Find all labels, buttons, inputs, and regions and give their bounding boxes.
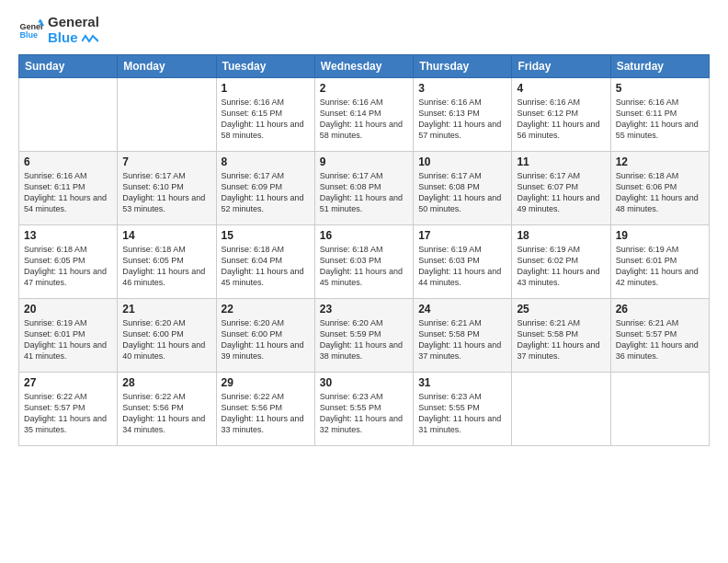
day-number: 13 xyxy=(24,229,112,242)
weekday-header-cell: Tuesday xyxy=(216,55,314,78)
day-number: 10 xyxy=(418,155,506,168)
calendar-cell: 10Sunrise: 6:17 AM Sunset: 6:08 PM Dayli… xyxy=(414,152,512,225)
day-number: 16 xyxy=(320,229,408,242)
calendar-cell: 16Sunrise: 6:18 AM Sunset: 6:03 PM Dayli… xyxy=(314,225,413,299)
calendar-cell: 2Sunrise: 6:16 AM Sunset: 6:14 PM Daylig… xyxy=(314,78,413,152)
calendar-cell: 21Sunrise: 6:20 AM Sunset: 6:00 PM Dayli… xyxy=(118,299,216,373)
day-number: 26 xyxy=(616,303,704,316)
weekday-header-cell: Thursday xyxy=(414,55,512,78)
cell-info: Sunrise: 6:17 AM Sunset: 6:07 PM Dayligh… xyxy=(517,170,605,215)
cell-info: Sunrise: 6:18 AM Sunset: 6:04 PM Dayligh… xyxy=(222,244,310,289)
day-number: 27 xyxy=(24,376,112,389)
cell-info: Sunrise: 6:20 AM Sunset: 6:00 PM Dayligh… xyxy=(222,317,310,362)
day-number: 31 xyxy=(418,376,506,389)
weekday-header-cell: Friday xyxy=(512,55,610,78)
day-number: 9 xyxy=(320,155,408,168)
calendar-cell: 25Sunrise: 6:21 AM Sunset: 5:58 PM Dayli… xyxy=(512,299,610,373)
calendar-cell: 17Sunrise: 6:19 AM Sunset: 6:03 PM Dayli… xyxy=(414,225,512,299)
day-number: 21 xyxy=(122,303,210,316)
day-number: 5 xyxy=(616,82,704,95)
calendar-cell: 22Sunrise: 6:20 AM Sunset: 6:00 PM Dayli… xyxy=(216,299,314,373)
calendar-cell: 15Sunrise: 6:18 AM Sunset: 6:04 PM Dayli… xyxy=(216,225,314,299)
day-number: 23 xyxy=(320,303,408,316)
calendar-cell: 11Sunrise: 6:17 AM Sunset: 6:07 PM Dayli… xyxy=(512,152,610,225)
cell-info: Sunrise: 6:22 AM Sunset: 5:56 PM Dayligh… xyxy=(222,391,310,436)
cell-info: Sunrise: 6:23 AM Sunset: 5:55 PM Dayligh… xyxy=(320,391,408,436)
calendar-cell: 9Sunrise: 6:17 AM Sunset: 6:08 PM Daylig… xyxy=(314,152,413,225)
svg-marker-2 xyxy=(38,18,43,22)
logo-blue: Blue xyxy=(48,30,99,46)
calendar-cell: 20Sunrise: 6:19 AM Sunset: 6:01 PM Dayli… xyxy=(19,299,118,373)
day-number: 4 xyxy=(517,82,605,95)
cell-info: Sunrise: 6:21 AM Sunset: 5:57 PM Dayligh… xyxy=(616,317,704,362)
calendar-cell: 30Sunrise: 6:23 AM Sunset: 5:55 PM Dayli… xyxy=(314,373,413,446)
day-number: 30 xyxy=(320,376,408,389)
calendar-week-row: 1Sunrise: 6:16 AM Sunset: 6:15 PM Daylig… xyxy=(19,78,710,152)
cell-info: Sunrise: 6:17 AM Sunset: 6:08 PM Dayligh… xyxy=(320,170,408,215)
cell-info: Sunrise: 6:19 AM Sunset: 6:01 PM Dayligh… xyxy=(24,317,112,362)
cell-info: Sunrise: 6:16 AM Sunset: 6:15 PM Dayligh… xyxy=(222,97,310,142)
svg-text:Blue: Blue xyxy=(19,30,38,40)
cell-info: Sunrise: 6:19 AM Sunset: 6:02 PM Dayligh… xyxy=(517,244,605,289)
cell-info: Sunrise: 6:21 AM Sunset: 5:58 PM Dayligh… xyxy=(418,317,506,362)
calendar-week-row: 27Sunrise: 6:22 AM Sunset: 5:57 PM Dayli… xyxy=(19,373,710,446)
cell-info: Sunrise: 6:18 AM Sunset: 6:05 PM Dayligh… xyxy=(122,244,210,289)
day-number: 14 xyxy=(122,229,210,242)
cell-info: Sunrise: 6:18 AM Sunset: 6:03 PM Dayligh… xyxy=(320,244,408,289)
day-number: 2 xyxy=(320,82,408,95)
calendar-cell: 24Sunrise: 6:21 AM Sunset: 5:58 PM Dayli… xyxy=(414,299,512,373)
weekday-header-cell: Wednesday xyxy=(314,55,413,78)
day-number: 7 xyxy=(122,155,210,168)
day-number: 12 xyxy=(616,155,704,168)
day-number: 17 xyxy=(418,229,506,242)
day-number: 8 xyxy=(222,155,310,168)
calendar-body: 1Sunrise: 6:16 AM Sunset: 6:15 PM Daylig… xyxy=(19,78,710,446)
cell-info: Sunrise: 6:23 AM Sunset: 5:55 PM Dayligh… xyxy=(418,391,506,436)
logo-wave-icon xyxy=(82,34,98,43)
cell-info: Sunrise: 6:18 AM Sunset: 6:05 PM Dayligh… xyxy=(24,244,112,289)
calendar-cell: 18Sunrise: 6:19 AM Sunset: 6:02 PM Dayli… xyxy=(512,225,610,299)
cell-info: Sunrise: 6:20 AM Sunset: 5:59 PM Dayligh… xyxy=(320,317,408,362)
calendar-cell: 27Sunrise: 6:22 AM Sunset: 5:57 PM Dayli… xyxy=(19,373,118,446)
page: General Blue General Blue SundayMondayTu… xyxy=(0,0,728,563)
cell-info: Sunrise: 6:17 AM Sunset: 6:09 PM Dayligh… xyxy=(222,170,310,215)
calendar-cell: 29Sunrise: 6:22 AM Sunset: 5:56 PM Dayli… xyxy=(216,373,314,446)
calendar-table: SundayMondayTuesdayWednesdayThursdayFrid… xyxy=(18,54,710,446)
cell-info: Sunrise: 6:16 AM Sunset: 6:11 PM Dayligh… xyxy=(616,97,704,142)
calendar-cell: 3Sunrise: 6:16 AM Sunset: 6:13 PM Daylig… xyxy=(414,78,512,152)
calendar-cell: 12Sunrise: 6:18 AM Sunset: 6:06 PM Dayli… xyxy=(610,152,709,225)
day-number: 11 xyxy=(517,155,605,168)
calendar-cell: 4Sunrise: 6:16 AM Sunset: 6:12 PM Daylig… xyxy=(512,78,610,152)
cell-info: Sunrise: 6:16 AM Sunset: 6:14 PM Dayligh… xyxy=(320,97,408,142)
calendar-week-row: 20Sunrise: 6:19 AM Sunset: 6:01 PM Dayli… xyxy=(19,299,710,373)
calendar-cell xyxy=(610,373,709,446)
day-number: 22 xyxy=(222,303,310,316)
calendar-cell: 28Sunrise: 6:22 AM Sunset: 5:56 PM Dayli… xyxy=(118,373,216,446)
cell-info: Sunrise: 6:18 AM Sunset: 6:06 PM Dayligh… xyxy=(616,170,704,215)
calendar-cell xyxy=(19,78,118,152)
calendar-week-row: 6Sunrise: 6:16 AM Sunset: 6:11 PM Daylig… xyxy=(19,152,710,225)
day-number: 19 xyxy=(616,229,704,242)
calendar-cell: 5Sunrise: 6:16 AM Sunset: 6:11 PM Daylig… xyxy=(610,78,709,152)
weekday-header-cell: Monday xyxy=(118,55,216,78)
weekday-header-cell: Sunday xyxy=(19,55,118,78)
logo: General Blue General Blue xyxy=(18,15,99,45)
logo-general: General xyxy=(48,15,99,30)
cell-info: Sunrise: 6:19 AM Sunset: 6:01 PM Dayligh… xyxy=(616,244,704,289)
day-number: 1 xyxy=(222,82,310,95)
calendar-cell: 31Sunrise: 6:23 AM Sunset: 5:55 PM Dayli… xyxy=(414,373,512,446)
cell-info: Sunrise: 6:16 AM Sunset: 6:12 PM Dayligh… xyxy=(517,97,605,142)
day-number: 6 xyxy=(24,155,112,168)
day-number: 24 xyxy=(418,303,506,316)
calendar-cell: 19Sunrise: 6:19 AM Sunset: 6:01 PM Dayli… xyxy=(610,225,709,299)
cell-info: Sunrise: 6:16 AM Sunset: 6:13 PM Dayligh… xyxy=(418,97,506,142)
calendar-cell: 7Sunrise: 6:17 AM Sunset: 6:10 PM Daylig… xyxy=(118,152,216,225)
calendar-cell: 1Sunrise: 6:16 AM Sunset: 6:15 PM Daylig… xyxy=(216,78,314,152)
day-number: 18 xyxy=(517,229,605,242)
cell-info: Sunrise: 6:22 AM Sunset: 5:57 PM Dayligh… xyxy=(24,391,112,436)
weekday-header-cell: Saturday xyxy=(610,55,709,78)
calendar-cell xyxy=(118,78,216,152)
cell-info: Sunrise: 6:16 AM Sunset: 6:11 PM Dayligh… xyxy=(24,170,112,215)
calendar-cell xyxy=(512,373,610,446)
calendar-cell: 6Sunrise: 6:16 AM Sunset: 6:11 PM Daylig… xyxy=(19,152,118,225)
